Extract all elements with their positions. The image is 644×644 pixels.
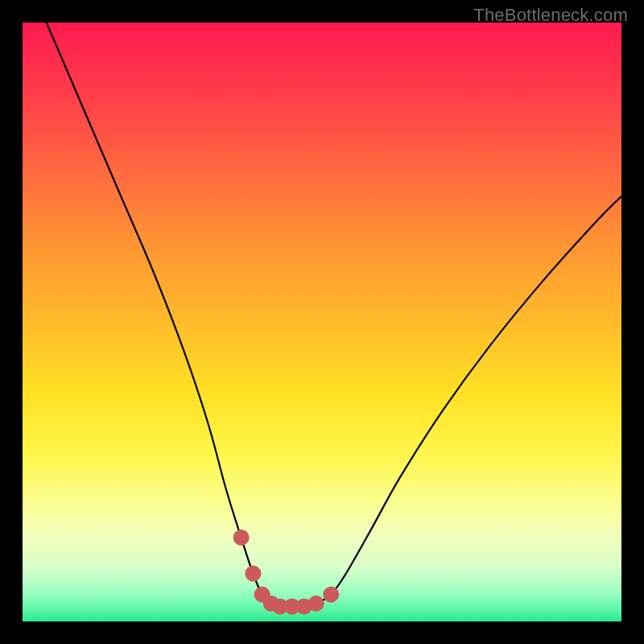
bottleneck-curve <box>47 23 621 607</box>
plot-area <box>23 23 621 621</box>
highlight-point <box>323 587 339 603</box>
chart-container: TheBottleneck.com <box>0 0 644 644</box>
highlight-point <box>308 596 324 612</box>
highlight-point <box>245 566 261 582</box>
highlight-point <box>233 530 250 546</box>
highlight-markers <box>233 530 340 615</box>
curve-svg <box>23 23 621 621</box>
